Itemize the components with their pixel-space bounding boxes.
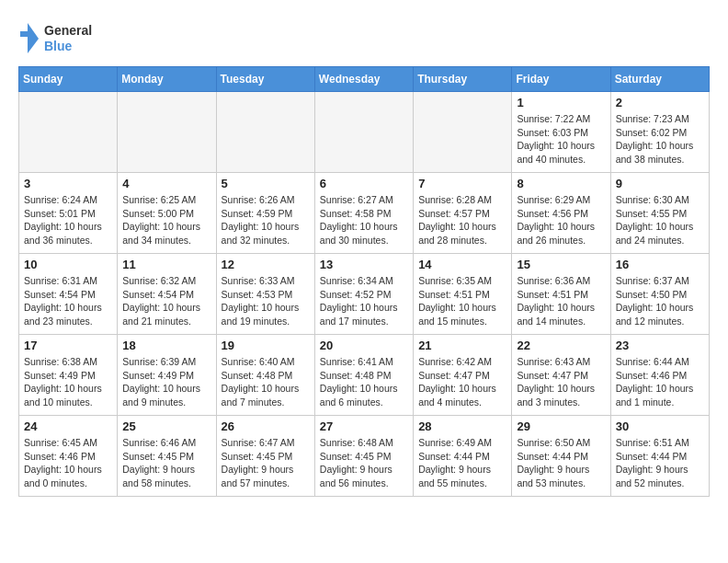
day-info: Sunrise: 6:47 AM Sunset: 4:45 PM Dayligh… <box>222 436 310 490</box>
calendar-cell: 18Sunrise: 6:39 AM Sunset: 4:49 PM Dayli… <box>118 335 216 416</box>
day-number: 5 <box>222 177 310 190</box>
calendar-cell: 26Sunrise: 6:47 AM Sunset: 4:45 PM Dayli… <box>216 416 314 497</box>
day-number: 4 <box>122 177 210 190</box>
svg-text:Blue: Blue <box>44 39 73 53</box>
day-number: 23 <box>616 339 704 352</box>
day-number: 28 <box>418 419 506 433</box>
day-info: Sunrise: 6:51 AM Sunset: 4:44 PM Dayligh… <box>616 436 704 490</box>
weekday-header: Wednesday <box>314 67 413 92</box>
day-number: 27 <box>320 419 408 433</box>
calendar-cell <box>216 92 314 173</box>
calendar-cell: 5Sunrise: 6:26 AM Sunset: 4:59 PM Daylig… <box>216 173 314 254</box>
weekday-header: Friday <box>512 67 610 92</box>
day-number: 13 <box>320 258 408 271</box>
weekday-header: Tuesday <box>216 67 314 92</box>
day-number: 12 <box>222 258 310 271</box>
calendar-week-row: 1Sunrise: 7:22 AM Sunset: 6:03 PM Daylig… <box>19 92 710 173</box>
logo-svg: GeneralBlue <box>18 18 92 57</box>
day-number: 3 <box>24 177 112 190</box>
calendar-cell: 16Sunrise: 6:37 AM Sunset: 4:50 PM Dayli… <box>610 254 709 335</box>
weekday-header: Saturday <box>610 67 709 92</box>
calendar-cell: 30Sunrise: 6:51 AM Sunset: 4:44 PM Dayli… <box>610 416 709 497</box>
day-number: 2 <box>616 96 704 109</box>
calendar-cell: 9Sunrise: 6:30 AM Sunset: 4:55 PM Daylig… <box>610 173 709 254</box>
day-info: Sunrise: 6:46 AM Sunset: 4:45 PM Dayligh… <box>122 436 210 490</box>
day-info: Sunrise: 6:43 AM Sunset: 4:47 PM Dayligh… <box>517 355 605 409</box>
calendar-cell: 28Sunrise: 6:49 AM Sunset: 4:44 PM Dayli… <box>414 416 512 497</box>
day-info: Sunrise: 7:23 AM Sunset: 6:02 PM Dayligh… <box>616 112 704 167</box>
calendar-cell: 29Sunrise: 6:50 AM Sunset: 4:44 PM Dayli… <box>512 416 610 497</box>
day-info: Sunrise: 6:30 AM Sunset: 4:55 PM Dayligh… <box>616 193 704 247</box>
calendar-cell <box>314 92 413 173</box>
day-number: 25 <box>122 419 210 433</box>
day-info: Sunrise: 6:28 AM Sunset: 4:57 PM Dayligh… <box>418 193 506 247</box>
calendar-cell: 20Sunrise: 6:41 AM Sunset: 4:48 PM Dayli… <box>314 335 413 416</box>
calendar-cell: 1Sunrise: 7:22 AM Sunset: 6:03 PM Daylig… <box>512 92 610 173</box>
day-number: 29 <box>517 419 605 433</box>
day-info: Sunrise: 6:27 AM Sunset: 4:58 PM Dayligh… <box>320 193 408 247</box>
day-number: 21 <box>418 339 506 352</box>
day-info: Sunrise: 6:32 AM Sunset: 4:54 PM Dayligh… <box>122 274 210 328</box>
day-number: 24 <box>24 419 112 433</box>
calendar-cell: 3Sunrise: 6:24 AM Sunset: 5:01 PM Daylig… <box>19 173 118 254</box>
svg-text:General: General <box>44 23 92 38</box>
day-info: Sunrise: 6:31 AM Sunset: 4:54 PM Dayligh… <box>24 274 112 328</box>
weekday-header: Sunday <box>19 67 118 92</box>
day-number: 8 <box>517 177 605 190</box>
day-number: 22 <box>517 339 605 352</box>
day-number: 16 <box>616 258 704 271</box>
day-info: Sunrise: 6:37 AM Sunset: 4:50 PM Dayligh… <box>616 274 704 328</box>
day-info: Sunrise: 6:48 AM Sunset: 4:45 PM Dayligh… <box>320 436 408 490</box>
weekday-header: Thursday <box>414 67 512 92</box>
day-info: Sunrise: 6:26 AM Sunset: 4:59 PM Dayligh… <box>222 193 310 247</box>
calendar-cell: 15Sunrise: 6:36 AM Sunset: 4:51 PM Dayli… <box>512 254 610 335</box>
day-number: 10 <box>24 258 112 271</box>
weekday-header: Monday <box>118 67 216 92</box>
day-info: Sunrise: 6:50 AM Sunset: 4:44 PM Dayligh… <box>517 436 605 490</box>
day-number: 15 <box>517 258 605 271</box>
calendar-cell: 8Sunrise: 6:29 AM Sunset: 4:56 PM Daylig… <box>512 173 610 254</box>
day-number: 9 <box>616 177 704 190</box>
day-info: Sunrise: 6:45 AM Sunset: 4:46 PM Dayligh… <box>24 436 112 490</box>
calendar-cell <box>19 92 118 173</box>
day-info: Sunrise: 6:38 AM Sunset: 4:49 PM Dayligh… <box>24 355 112 409</box>
calendar-cell: 14Sunrise: 6:35 AM Sunset: 4:51 PM Dayli… <box>414 254 512 335</box>
day-number: 1 <box>517 96 605 109</box>
day-info: Sunrise: 6:25 AM Sunset: 5:00 PM Dayligh… <box>122 193 210 247</box>
day-number: 11 <box>122 258 210 271</box>
calendar-cell: 17Sunrise: 6:38 AM Sunset: 4:49 PM Dayli… <box>19 335 118 416</box>
calendar-cell: 6Sunrise: 6:27 AM Sunset: 4:58 PM Daylig… <box>314 173 413 254</box>
calendar-cell: 2Sunrise: 7:23 AM Sunset: 6:02 PM Daylig… <box>610 92 709 173</box>
day-info: Sunrise: 7:22 AM Sunset: 6:03 PM Dayligh… <box>517 112 605 167</box>
day-info: Sunrise: 6:29 AM Sunset: 4:56 PM Dayligh… <box>517 193 605 247</box>
calendar-cell: 13Sunrise: 6:34 AM Sunset: 4:52 PM Dayli… <box>314 254 413 335</box>
day-number: 20 <box>320 339 408 352</box>
day-info: Sunrise: 6:39 AM Sunset: 4:49 PM Dayligh… <box>122 355 210 409</box>
calendar-week-row: 3Sunrise: 6:24 AM Sunset: 5:01 PM Daylig… <box>19 173 710 254</box>
day-info: Sunrise: 6:42 AM Sunset: 4:47 PM Dayligh… <box>418 355 506 409</box>
day-number: 6 <box>320 177 408 190</box>
calendar-cell <box>118 92 216 173</box>
day-info: Sunrise: 6:40 AM Sunset: 4:48 PM Dayligh… <box>222 355 310 409</box>
day-info: Sunrise: 6:49 AM Sunset: 4:44 PM Dayligh… <box>418 436 506 490</box>
day-number: 30 <box>616 419 704 433</box>
day-number: 26 <box>222 419 310 433</box>
calendar-cell: 23Sunrise: 6:44 AM Sunset: 4:46 PM Dayli… <box>610 335 709 416</box>
calendar-week-row: 10Sunrise: 6:31 AM Sunset: 4:54 PM Dayli… <box>19 254 710 335</box>
calendar-cell: 22Sunrise: 6:43 AM Sunset: 4:47 PM Dayli… <box>512 335 610 416</box>
day-info: Sunrise: 6:34 AM Sunset: 4:52 PM Dayligh… <box>320 274 408 328</box>
calendar-week-row: 24Sunrise: 6:45 AM Sunset: 4:46 PM Dayli… <box>19 416 710 497</box>
day-number: 18 <box>122 339 210 352</box>
calendar-cell: 24Sunrise: 6:45 AM Sunset: 4:46 PM Dayli… <box>19 416 118 497</box>
logo: GeneralBlue <box>18 18 92 57</box>
day-info: Sunrise: 6:36 AM Sunset: 4:51 PM Dayligh… <box>517 274 605 328</box>
calendar-cell <box>414 92 512 173</box>
calendar-week-row: 17Sunrise: 6:38 AM Sunset: 4:49 PM Dayli… <box>19 335 710 416</box>
calendar-table: SundayMondayTuesdayWednesdayThursdayFrid… <box>18 66 710 497</box>
day-info: Sunrise: 6:35 AM Sunset: 4:51 PM Dayligh… <box>418 274 506 328</box>
calendar-cell: 21Sunrise: 6:42 AM Sunset: 4:47 PM Dayli… <box>414 335 512 416</box>
calendar-cell: 10Sunrise: 6:31 AM Sunset: 4:54 PM Dayli… <box>19 254 118 335</box>
day-info: Sunrise: 6:41 AM Sunset: 4:48 PM Dayligh… <box>320 355 408 409</box>
svg-marker-0 <box>28 23 39 53</box>
calendar-cell: 19Sunrise: 6:40 AM Sunset: 4:48 PM Dayli… <box>216 335 314 416</box>
